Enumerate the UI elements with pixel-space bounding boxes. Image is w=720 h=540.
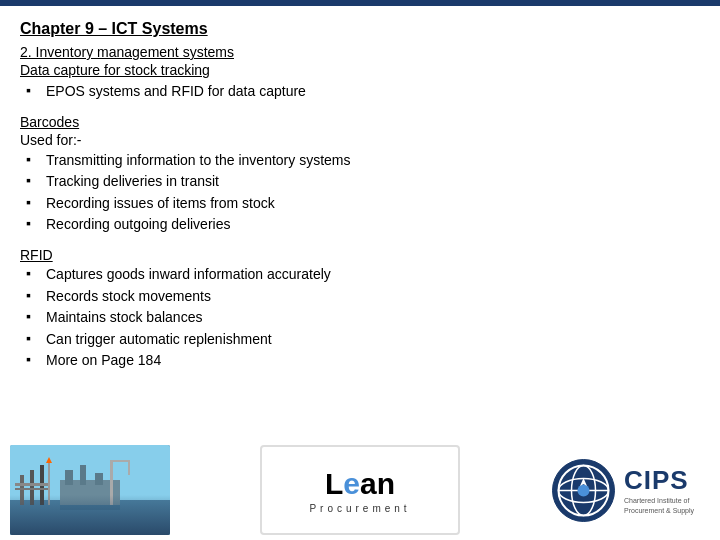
used-for-label: Used for:- bbox=[20, 132, 700, 148]
section1-subtitle: Data capture for stock tracking bbox=[20, 62, 700, 78]
list-item: ▪ Recording issues of items from stock bbox=[26, 194, 700, 214]
svg-rect-16 bbox=[60, 505, 120, 510]
chapter-title: Chapter 9 – ICT Systems bbox=[20, 20, 700, 38]
section3: RFID ▪ Captures goods inward information… bbox=[20, 247, 700, 371]
list-item: ▪ EPOS systems and RFID for data capture bbox=[26, 82, 700, 102]
bullet-icon: ▪ bbox=[26, 330, 42, 346]
section2: Barcodes Used for:- ▪ Transmitting infor… bbox=[20, 114, 700, 235]
bullet-icon: ▪ bbox=[26, 82, 42, 98]
bullet-text: Transmitting information to the inventor… bbox=[46, 151, 351, 171]
svg-rect-13 bbox=[110, 460, 113, 505]
list-item: ▪ Transmitting information to the invent… bbox=[26, 151, 700, 171]
footer: L e a n Procurement CIPS Chartered I bbox=[0, 440, 720, 540]
lean-e: e bbox=[343, 467, 360, 501]
section2-title: Barcodes bbox=[20, 114, 700, 130]
svg-rect-1 bbox=[10, 500, 170, 535]
bullet-text: Maintains stock balances bbox=[46, 308, 202, 328]
list-item: ▪ Captures goods inward information accu… bbox=[26, 265, 700, 285]
bullet-text: Can trigger automatic replenishment bbox=[46, 330, 272, 350]
cips-sub-text: Chartered Institute of Procurement & Sup… bbox=[624, 496, 709, 514]
svg-rect-10 bbox=[65, 470, 73, 485]
svg-rect-3 bbox=[30, 470, 34, 505]
svg-rect-5 bbox=[15, 483, 50, 486]
svg-rect-12 bbox=[95, 473, 103, 485]
bullet-icon: ▪ bbox=[26, 194, 42, 210]
footer-logo-cips: CIPS Chartered Institute of Procurement … bbox=[550, 445, 710, 535]
section1: 2. Inventory management systems Data cap… bbox=[20, 44, 700, 102]
cips-emblem bbox=[551, 458, 616, 523]
lean-n: n bbox=[377, 467, 395, 501]
cips-main-text: CIPS bbox=[624, 465, 709, 496]
bullet-icon: ▪ bbox=[26, 351, 42, 367]
svg-rect-11 bbox=[80, 465, 86, 485]
section1-title: 2. Inventory management systems bbox=[20, 44, 700, 60]
lean-subtitle: Procurement bbox=[309, 503, 410, 514]
bullet-icon: ▪ bbox=[26, 151, 42, 167]
footer-logo-lean: L e a n Procurement bbox=[260, 445, 460, 535]
svg-rect-14 bbox=[110, 460, 130, 462]
svg-rect-15 bbox=[128, 460, 130, 475]
bullet-text: Recording issues of items from stock bbox=[46, 194, 275, 214]
bullet-text: Captures goods inward information accura… bbox=[46, 265, 331, 285]
svg-point-22 bbox=[578, 484, 590, 496]
list-item: ▪ Maintains stock balances bbox=[26, 308, 700, 328]
list-item: ▪ Can trigger automatic replenishment bbox=[26, 330, 700, 350]
lean-L: L bbox=[325, 467, 343, 501]
cips-text: CIPS Chartered Institute of Procurement … bbox=[624, 465, 709, 514]
footer-image-left bbox=[10, 445, 170, 535]
list-item: ▪ Recording outgoing deliveries bbox=[26, 215, 700, 235]
section3-title: RFID bbox=[20, 247, 700, 263]
main-content: Chapter 9 – ICT Systems 2. Inventory man… bbox=[0, 6, 720, 383]
bullet-icon: ▪ bbox=[26, 215, 42, 231]
list-item: ▪ More on Page 184 bbox=[26, 351, 700, 371]
bullet-text: More on Page 184 bbox=[46, 351, 161, 371]
svg-rect-6 bbox=[15, 488, 50, 490]
bullet-icon: ▪ bbox=[26, 287, 42, 303]
bullet-text: Recording outgoing deliveries bbox=[46, 215, 230, 235]
bullet-icon: ▪ bbox=[26, 172, 42, 188]
list-item: ▪ Tracking deliveries in transit bbox=[26, 172, 700, 192]
svg-rect-7 bbox=[48, 460, 50, 505]
bullet-icon: ▪ bbox=[26, 308, 42, 324]
bullet-icon: ▪ bbox=[26, 265, 42, 281]
bullet-text: EPOS systems and RFID for data capture bbox=[46, 82, 306, 102]
bullet-text: Records stock movements bbox=[46, 287, 211, 307]
bullet-text: Tracking deliveries in transit bbox=[46, 172, 219, 192]
list-item: ▪ Records stock movements bbox=[26, 287, 700, 307]
lean-a: a bbox=[360, 467, 377, 501]
